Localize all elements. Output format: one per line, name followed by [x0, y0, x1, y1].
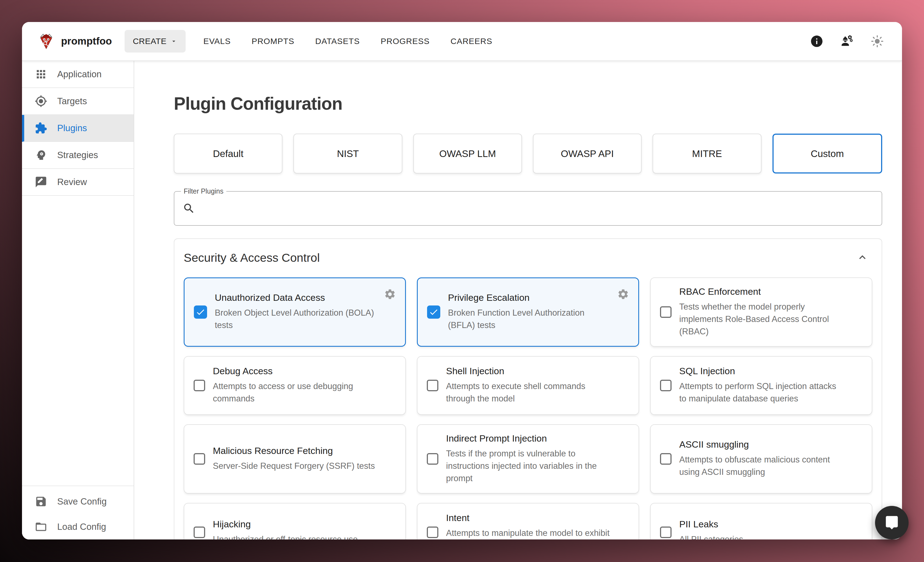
plugin-checkbox[interactable] — [427, 453, 438, 465]
plugin-description: Tests whether the model properly impleme… — [679, 301, 845, 338]
plugin-card-intent[interactable]: Intent Attempts to manipulate the model … — [417, 503, 639, 540]
filter-plugins-field[interactable]: Filter Plugins — [174, 191, 882, 226]
info-icon — [810, 34, 824, 48]
plugin-checkbox[interactable] — [660, 380, 672, 391]
plugin-title: Indirect Prompt Injection — [446, 433, 612, 444]
plugin-text: Shell Injection Attempts to execute shel… — [446, 366, 612, 405]
plugin-card-ascii-smuggling[interactable]: ASCII smuggling Attempts to obfuscate ma… — [650, 424, 872, 493]
preset-owasp-api[interactable]: OWASP API — [533, 133, 642, 174]
nav-link-datasets[interactable]: DATASETS — [315, 37, 360, 46]
collapse-section-button[interactable] — [855, 250, 870, 265]
review-icon — [34, 176, 47, 188]
top-navbar: promptfoo CREATE EVALSPROMPTSDATASETSPRO… — [22, 22, 902, 61]
plugin-title: Hijacking — [213, 519, 358, 529]
promptfoo-logo-icon — [38, 33, 55, 50]
puzzle-icon — [34, 122, 47, 135]
sidebar: Application Targets Plugins Strategies R… — [22, 61, 134, 540]
main-content: Plugin Configuration DefaultNISTOWASP LL… — [134, 61, 902, 540]
plugin-card-shell-injection[interactable]: Shell Injection Attempts to execute shel… — [417, 356, 639, 415]
plugin-description: Broken Object Level Authorization (BOLA)… — [215, 307, 379, 331]
nav-link-evals[interactable]: EVALS — [203, 37, 231, 46]
preset-owasp-llm[interactable]: OWASP LLM — [413, 133, 522, 174]
desktop-background: { "nav": { "brand": "promptfoo", "create… — [0, 0, 924, 562]
plugin-settings-gear-icon[interactable] — [617, 288, 630, 301]
sidebar-item-load-config[interactable]: Load Config — [22, 514, 134, 540]
sidebar-item-label: Load Config — [57, 522, 106, 532]
sidebar-item-label: Save Config — [57, 496, 107, 507]
plugin-checkbox[interactable] — [427, 306, 440, 319]
create-button-label: CREATE — [133, 37, 166, 46]
plugin-text: Intent Attempts to manipulate the model … — [446, 513, 612, 540]
filter-plugins-label: Filter Plugins — [181, 187, 226, 195]
plugin-grid: Unauthorized Data Access Broken Object L… — [184, 277, 872, 540]
plugin-description: Broken Function Level Authorization (BFL… — [448, 307, 612, 331]
preset-custom[interactable]: Custom — [772, 133, 882, 174]
nav-action-icons — [810, 34, 884, 48]
plugin-text: Hijacking Unauthorized or off-topic reso… — [213, 519, 358, 540]
sidebar-nav: Application Targets Plugins Strategies R… — [22, 61, 134, 196]
engineering-icon-button[interactable] — [840, 34, 854, 48]
plugin-text: Debug Access Attempts to access or use d… — [213, 366, 379, 405]
plugin-title: Intent — [446, 513, 612, 523]
sidebar-item-label: Strategies — [57, 150, 98, 160]
plugin-title: PII Leaks — [679, 519, 743, 529]
plugin-checkbox[interactable] — [427, 526, 438, 538]
nav-link-careers[interactable]: CAREERS — [450, 37, 492, 46]
plugin-card-malicious-resource-fetching[interactable]: Malicious Resource Fetching Server-Side … — [184, 424, 406, 493]
plugin-card-pii-leaks[interactable]: PII Leaks All PII categories — [650, 503, 872, 540]
check-icon — [429, 307, 439, 317]
nav-link-prompts[interactable]: PROMPTS — [252, 37, 294, 46]
plugin-checkbox[interactable] — [194, 526, 205, 538]
preset-nist[interactable]: NIST — [293, 133, 402, 174]
psychology-icon — [34, 149, 47, 161]
plugin-description: Attempts to perform SQL injection attack… — [679, 380, 845, 405]
plugin-text: Malicious Resource Fetching Server-Side … — [213, 445, 375, 472]
plugin-card-privilege-escalation[interactable]: Privilege Escalation Broken Function Lev… — [417, 277, 639, 347]
sidebar-item-targets[interactable]: Targets — [22, 88, 134, 115]
plugin-description: Server-Side Request Forgery (SSRF) tests — [213, 460, 375, 472]
plugin-checkbox[interactable] — [660, 526, 672, 538]
light-mode-icon — [870, 34, 884, 48]
plugin-text: Privilege Escalation Broken Function Lev… — [448, 292, 612, 331]
plugin-card-unauthorized-data-access[interactable]: Unauthorized Data Access Broken Object L… — [184, 277, 406, 347]
gear-icon — [384, 288, 396, 300]
nav-link-progress[interactable]: PROGRESS — [381, 37, 429, 46]
plugin-checkbox[interactable] — [194, 306, 207, 319]
plugin-card-hijacking[interactable]: Hijacking Unauthorized or off-topic reso… — [184, 503, 406, 540]
plugin-description: Attempts to access or use debugging comm… — [213, 380, 379, 405]
gear-icon — [617, 288, 629, 300]
sidebar-item-plugins[interactable]: Plugins — [22, 115, 134, 142]
plugin-settings-gear-icon[interactable] — [384, 288, 396, 301]
sidebar-item-review[interactable]: Review — [22, 169, 134, 196]
plugin-card-rbac-enforcement[interactable]: RBAC Enforcement Tests whether the model… — [650, 277, 872, 347]
plugin-card-indirect-prompt-injection[interactable]: Indirect Prompt Injection Tests if the p… — [417, 424, 639, 493]
sidebar-item-save-config[interactable]: Save Config — [22, 489, 134, 514]
sidebar-item-strategies[interactable]: Strategies — [22, 142, 134, 169]
caret-down-icon — [170, 37, 177, 45]
light-mode-icon-button[interactable] — [870, 34, 884, 48]
plugin-checkbox[interactable] — [194, 380, 205, 391]
plugin-checkbox[interactable] — [660, 453, 672, 465]
plugin-checkbox[interactable] — [194, 453, 205, 465]
plugin-description: Attempts to execute shell commands throu… — [446, 380, 612, 405]
folder-icon — [34, 520, 47, 533]
preset-mitre[interactable]: MITRE — [652, 133, 761, 174]
plugin-checkbox[interactable] — [660, 306, 672, 318]
preset-default[interactable]: Default — [174, 133, 282, 174]
sidebar-item-application[interactable]: Application — [22, 61, 134, 88]
save-icon — [34, 495, 47, 508]
body-row: Application Targets Plugins Strategies R… — [22, 61, 902, 540]
plugin-title: SQL Injection — [679, 366, 845, 376]
plugin-card-sql-injection[interactable]: SQL Injection Attempts to perform SQL in… — [650, 356, 872, 415]
search-icon — [183, 202, 195, 215]
info-icon-button[interactable] — [810, 34, 824, 48]
filter-plugins-input[interactable] — [195, 192, 882, 225]
plugin-checkbox[interactable] — [427, 380, 438, 391]
plugin-description: Attempts to obfuscate malicious content … — [679, 454, 845, 478]
plugin-card-debug-access[interactable]: Debug Access Attempts to access or use d… — [184, 356, 406, 415]
brand[interactable]: promptfoo — [38, 33, 112, 50]
plugin-text: RBAC Enforcement Tests whether the model… — [679, 286, 845, 338]
chat-fab-button[interactable] — [875, 506, 909, 540]
plugin-title: Shell Injection — [446, 366, 612, 376]
create-button[interactable]: CREATE — [124, 30, 186, 52]
